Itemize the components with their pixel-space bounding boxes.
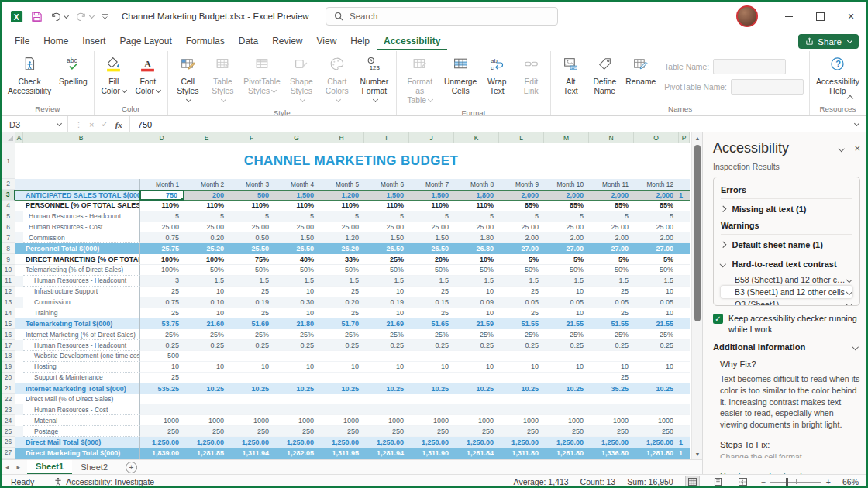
tab-help[interactable]: Help <box>343 32 377 50</box>
value-cell[interactable]: 1,500 <box>364 190 409 201</box>
value-cell[interactable]: 1000 <box>229 415 274 426</box>
clipped-cell[interactable] <box>679 222 690 233</box>
sheet-tab-sheet2[interactable]: Sheet2 <box>72 460 116 474</box>
zoom-in-icon[interactable]: + <box>826 477 831 486</box>
issue-default-sheet-name-1-[interactable]: Default sheet name (1) <box>721 235 852 254</box>
value-cell[interactable]: 1000 <box>274 415 319 426</box>
value-cell[interactable]: 0.19 <box>364 297 409 308</box>
clipped-cell[interactable] <box>679 351 690 362</box>
value-cell[interactable]: 5 <box>140 211 184 222</box>
value-cell[interactable]: 2,000 <box>589 190 634 201</box>
value-cell[interactable] <box>589 394 634 405</box>
row-label-cell[interactable]: Commission <box>23 297 140 308</box>
value-cell[interactable]: 0.25 <box>634 340 679 351</box>
row-label-cell[interactable]: Telemarketing (% of Direct Sales) <box>23 265 140 276</box>
value-cell[interactable]: 5 <box>544 211 589 222</box>
value-cell[interactable]: 1,250.00 <box>184 437 229 448</box>
sheet-title-cell[interactable]: CHANNEL MARKETING BUDGET <box>23 143 679 179</box>
value-cell[interactable]: 26.50 <box>409 243 454 254</box>
value-cell[interactable] <box>140 394 184 405</box>
value-cell[interactable]: 25% <box>274 329 319 340</box>
value-cell[interactable]: 250 <box>454 426 499 437</box>
value-cell[interactable]: 0.09 <box>454 297 499 308</box>
value-cell[interactable] <box>409 351 454 362</box>
column-header-O[interactable]: O <box>634 132 679 143</box>
value-cell[interactable] <box>364 351 409 362</box>
row-header-9[interactable]: 9 <box>2 254 16 265</box>
value-cell[interactable]: 1000 <box>454 415 499 426</box>
value-cell[interactable]: 2,000 <box>499 190 544 201</box>
value-cell[interactable]: 10 <box>364 362 409 373</box>
zoom-slider[interactable]: − + <box>761 477 831 486</box>
value-cell[interactable] <box>229 351 274 362</box>
column-header-B[interactable]: B <box>23 132 140 143</box>
normal-view-icon[interactable] <box>685 476 700 488</box>
value-cell[interactable]: 10 <box>589 362 634 373</box>
value-cell[interactable]: 21.60 <box>184 318 229 329</box>
column-header-M[interactable]: M <box>544 132 589 143</box>
alt-text-button[interactable]: AltText <box>553 53 587 98</box>
value-cell[interactable]: 1.5 <box>184 276 229 287</box>
value-cell[interactable]: 27.00 <box>634 243 679 254</box>
row-header-24[interactable]: 24 <box>2 415 16 426</box>
value-cell[interactable]: 10.25 <box>409 383 454 394</box>
value-cell[interactable]: 100% <box>184 254 229 265</box>
month-header-cell[interactable]: Month 2 <box>184 179 229 190</box>
row-label-cell[interactable]: Human Resources - Headcount <box>23 211 140 222</box>
value-cell[interactable]: 10 <box>544 287 589 297</box>
column-header-N[interactable]: N <box>589 132 634 143</box>
row-label-cell[interactable]: Internet Marketing (% of Direct Sales) <box>23 329 140 340</box>
value-cell[interactable] <box>634 404 679 415</box>
zoom-level[interactable]: 66% <box>842 477 859 486</box>
value-cell[interactable] <box>454 373 499 383</box>
value-cell[interactable]: 1,250.00 <box>409 437 454 448</box>
value-cell[interactable]: 5 <box>229 211 274 222</box>
formula-value[interactable]: 750 <box>130 120 152 129</box>
column-header-E[interactable]: E <box>184 132 229 143</box>
value-cell[interactable] <box>499 404 544 415</box>
cell[interactable] <box>16 404 23 415</box>
value-cell[interactable]: 0.05 <box>634 297 679 308</box>
sheet-tab-sheet1[interactable]: Sheet1 <box>27 460 72 474</box>
clipped-cell[interactable]: 1 <box>679 448 690 459</box>
row-label-cell[interactable]: Support & Maintenance <box>23 373 140 383</box>
clipped-cell[interactable] <box>679 297 690 308</box>
row-header-19[interactable]: 19 <box>2 362 16 373</box>
value-cell[interactable] <box>454 394 499 405</box>
value-cell[interactable]: 10.25 <box>499 383 544 394</box>
clipped-cell[interactable] <box>679 254 690 265</box>
column-header-F[interactable]: F <box>229 132 274 143</box>
spelling-button[interactable]: abcSpelling <box>55 53 91 88</box>
value-cell[interactable]: 25 <box>319 308 364 319</box>
value-cell[interactable]: 51.55 <box>589 318 634 329</box>
value-cell[interactable]: 40% <box>274 254 319 265</box>
value-cell[interactable]: 250 <box>319 426 364 437</box>
value-cell[interactable]: 250 <box>589 426 634 437</box>
value-cell[interactable]: 51.55 <box>499 318 544 329</box>
value-cell[interactable]: 10% <box>454 254 499 265</box>
row-label-cell[interactable]: Human Resources - Cost <box>23 222 140 233</box>
value-cell[interactable]: 25 <box>499 287 544 297</box>
clipped-cell[interactable] <box>679 394 690 405</box>
row-header-10[interactable]: 10 <box>2 265 16 276</box>
value-cell[interactable]: 25.00 <box>544 222 589 233</box>
value-cell[interactable]: 1,336.80 <box>589 448 634 459</box>
customize-toolbar-icon[interactable] <box>101 12 109 21</box>
value-cell[interactable]: 85% <box>544 201 589 211</box>
month-header-cell[interactable]: Month 11 <box>589 179 634 190</box>
value-cell[interactable]: 1.5 <box>499 276 544 287</box>
cell[interactable] <box>16 394 23 405</box>
value-cell[interactable]: 5 <box>184 211 229 222</box>
value-cell[interactable]: 0.25 <box>140 340 184 351</box>
clipped-cell[interactable] <box>679 340 690 351</box>
value-cell[interactable]: 5 <box>454 211 499 222</box>
chevron-right-icon[interactable] <box>720 242 726 248</box>
value-cell[interactable] <box>409 394 454 405</box>
value-cell[interactable] <box>364 373 409 383</box>
row-header-13[interactable]: 13 <box>2 297 16 308</box>
cell[interactable] <box>16 340 23 351</box>
value-cell[interactable]: 1000 <box>409 415 454 426</box>
row-header-7[interactable]: 7 <box>2 232 16 243</box>
cell[interactable] <box>16 415 23 426</box>
value-cell[interactable]: 26.50 <box>274 243 319 254</box>
